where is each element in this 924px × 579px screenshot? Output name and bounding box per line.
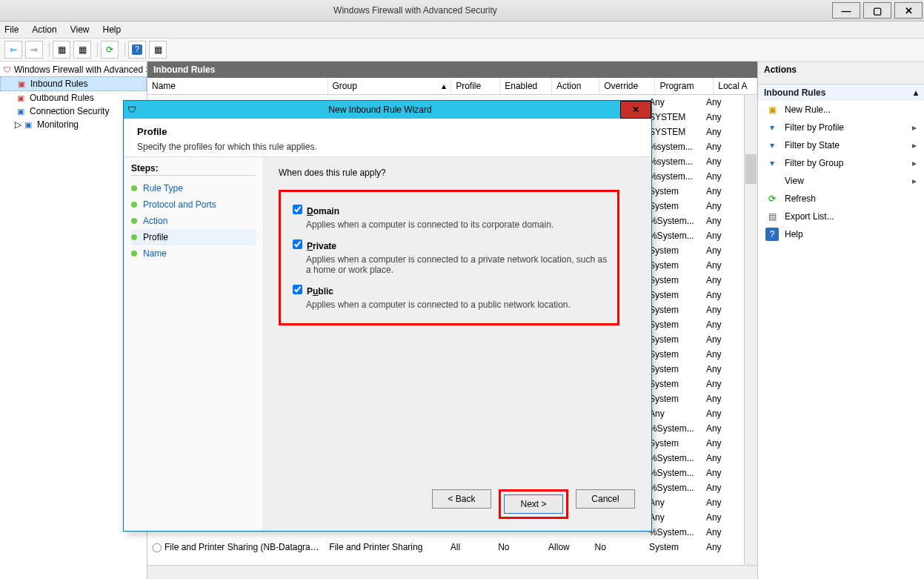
- menu-file[interactable]: File: [4, 24, 19, 35]
- dialog-close-button[interactable]: ✕: [620, 101, 651, 119]
- profile-checkbox-domain[interactable]: Domain: [290, 206, 339, 216]
- dialog-title: New Inbound Rule Wizard: [140, 105, 620, 115]
- filter-icon: ▾: [765, 139, 779, 152]
- menubar: File Action View Help: [0, 21, 924, 39]
- action-filter-by-group[interactable]: ▾Filter by Group▸: [758, 154, 924, 172]
- new-inbound-rule-wizard: 🛡 New Inbound Rule Wizard ✕ Profile Spec…: [123, 100, 652, 532]
- maximize-button[interactable]: ▢: [863, 2, 891, 19]
- rules-heading: Inbound Rules: [147, 62, 757, 78]
- export-icon: ▤: [765, 210, 779, 223]
- filter-icon: ▾: [765, 121, 779, 134]
- tree-inbound-rules[interactable]: ▣ Inbound Rules: [0, 76, 147, 91]
- bullet-icon: [131, 185, 137, 191]
- wizard-steps: Steps: Rule TypeProtocol and PortsAction…: [124, 157, 264, 531]
- toolbar-btn-3[interactable]: ▦: [149, 41, 167, 59]
- arrow-left-icon: ⇐: [10, 44, 17, 55]
- toolbar-refresh-button[interactable]: ⟳: [101, 41, 119, 59]
- shield-icon: 🛡: [3, 64, 11, 76]
- submenu-arrow-icon: ▸: [912, 176, 917, 186]
- menu-help[interactable]: Help: [103, 24, 122, 35]
- action-view[interactable]: View▸: [758, 172, 924, 190]
- profile-domain: DomainApplies when a computer is connect…: [290, 202, 608, 230]
- minimize-button[interactable]: —: [832, 2, 860, 19]
- next-highlight: Next >: [499, 489, 568, 519]
- profile-desc: Applies when a computer is connected to …: [306, 219, 608, 230]
- dialog-header: Profile Specify the profiles for which t…: [124, 119, 651, 156]
- hscrollbar[interactable]: [147, 565, 757, 579]
- action-filter-by-state[interactable]: ▾Filter by State▸: [758, 136, 924, 154]
- wizard-question: When does this rule apply?: [279, 168, 637, 178]
- expand-icon[interactable]: ▷: [15, 119, 22, 130]
- table-row[interactable]: ◯File and Printer Sharing (NB-Datagram-I…: [147, 540, 744, 555]
- vscrollbar[interactable]: [744, 95, 757, 565]
- toolbar-btn-2[interactable]: ▦: [73, 41, 91, 59]
- submenu-arrow-icon: ▸: [912, 122, 917, 133]
- bullet-icon: [131, 218, 137, 224]
- action-refresh[interactable]: ⟳Refresh: [758, 190, 924, 208]
- col-program[interactable]: Program: [655, 78, 714, 94]
- toolbar-help-button[interactable]: ?: [128, 41, 146, 59]
- next-button[interactable]: Next >: [504, 494, 563, 514]
- titlebar: Windows Firewall with Advanced Security …: [0, 0, 924, 21]
- close-button[interactable]: ✕: [894, 2, 923, 19]
- profile-checkbox-public[interactable]: Public: [290, 286, 333, 297]
- actions-pane: Actions Inbound Rules ▴ ▣New Rule...▾Fil…: [757, 62, 924, 579]
- submenu-arrow-icon: ▸: [912, 158, 917, 168]
- wizard-content: When does this rule apply? DomainApplies…: [264, 157, 651, 531]
- actions-heading: Actions: [758, 62, 924, 85]
- dialog-heading: Profile: [137, 126, 638, 137]
- tree-root[interactable]: 🛡 Windows Firewall with Advanced Securit…: [0, 63, 147, 76]
- col-action[interactable]: Action: [552, 78, 599, 94]
- arrow-right-icon: ⇒: [30, 44, 38, 55]
- checkbox-domain[interactable]: [293, 205, 302, 214]
- refresh-icon: ⟳: [765, 192, 779, 205]
- step-action[interactable]: Action: [131, 213, 256, 229]
- steps-heading: Steps:: [131, 163, 256, 176]
- filter-icon: ▾: [765, 156, 779, 170]
- step-protocol-and-ports[interactable]: Protocol and Ports: [131, 196, 256, 213]
- outbound-icon: ▣: [15, 92, 27, 104]
- cancel-button[interactable]: Cancel: [576, 489, 635, 509]
- bullet-icon: [131, 202, 137, 208]
- step-rule-type[interactable]: Rule Type: [131, 180, 256, 196]
- collapse-icon: ▴: [914, 87, 918, 98]
- profiles-highlight: DomainApplies when a computer is connect…: [279, 190, 619, 325]
- window-title: Windows Firewall with Advanced Security: [0, 5, 831, 16]
- toolbar-btn-1[interactable]: ▦: [53, 41, 70, 59]
- monitoring-icon: ▣: [22, 119, 34, 130]
- step-profile[interactable]: Profile: [131, 229, 256, 245]
- profile-public: PublicApplies when a computer is connect…: [290, 282, 608, 310]
- step-name[interactable]: Name: [131, 245, 256, 262]
- col-override[interactable]: Override: [599, 78, 655, 94]
- menu-action[interactable]: Action: [32, 24, 56, 35]
- col-local[interactable]: Local A: [714, 78, 757, 94]
- sort-asc-icon: ▴: [442, 81, 446, 91]
- submenu-arrow-icon: ▸: [912, 140, 917, 150]
- profile-private: PrivateApplies when a computer is connec…: [290, 237, 608, 275]
- profile-checkbox-private[interactable]: Private: [290, 241, 336, 251]
- checkbox-private[interactable]: [293, 239, 302, 249]
- dialog-titlebar[interactable]: 🛡 New Inbound Rule Wizard ✕: [124, 101, 651, 119]
- col-enabled[interactable]: Enabled: [500, 78, 552, 94]
- col-profile[interactable]: Profile: [451, 78, 500, 94]
- action-filter-by-profile[interactable]: ▾Filter by Profile▸: [758, 119, 924, 136]
- profile-desc: Applies when a computer is connected to …: [306, 254, 608, 275]
- nav-forward-button[interactable]: ⇒: [25, 41, 43, 59]
- toolbar: ⇐ ⇒ ▦ ▦ ⟳ ? ▦: [0, 39, 924, 62]
- col-name[interactable]: Name: [147, 78, 328, 94]
- column-headers: Name Group▴ Profile Enabled Action Overr…: [147, 78, 757, 95]
- profile-desc: Applies when a computer is connected to …: [306, 300, 608, 310]
- action-help[interactable]: ?Help: [758, 225, 924, 243]
- nav-back-button[interactable]: ⇐: [4, 41, 22, 59]
- col-group[interactable]: Group▴: [328, 78, 452, 94]
- refresh-icon: ⟳: [106, 44, 113, 55]
- bullet-icon: [131, 251, 137, 257]
- newrule-icon: ▣: [765, 103, 779, 116]
- actions-sub-heading[interactable]: Inbound Rules ▴: [758, 85, 924, 101]
- back-button[interactable]: < Back: [432, 489, 491, 509]
- action-new-rule-[interactable]: ▣New Rule...: [758, 101, 924, 119]
- checkbox-public[interactable]: [293, 285, 302, 294]
- action-export-list-[interactable]: ▤Export List...: [758, 208, 924, 225]
- vscroll-thumb[interactable]: [745, 154, 757, 184]
- menu-view[interactable]: View: [70, 24, 90, 35]
